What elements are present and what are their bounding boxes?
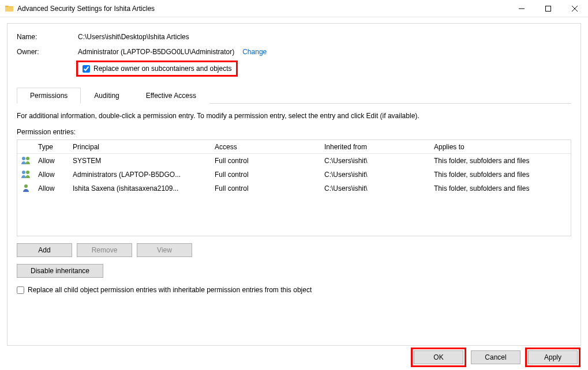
tab-effective-access[interactable]: Effective Access	[133, 88, 209, 104]
svg-point-5	[26, 157, 29, 160]
tab-auditing[interactable]: Auditing	[81, 88, 132, 104]
permissions-table: Type Principal Access Inherited from App…	[17, 139, 571, 236]
replace-owner-label: Replace owner on subcontainers and objec…	[93, 65, 231, 73]
tabs: Permissions Auditing Effective Access	[17, 87, 571, 104]
disable-inheritance-button[interactable]: Disable inheritance	[17, 264, 103, 278]
row-icon	[17, 170, 35, 180]
replace-child-checkbox[interactable]	[17, 286, 24, 294]
close-button[interactable]	[561, 0, 588, 17]
name-label: Name:	[17, 33, 78, 41]
footer-buttons: OK Cancel Apply	[411, 348, 580, 367]
users-icon	[21, 170, 31, 178]
name-row: Name: C:\Users\ishit\Desktop\Ishita Arti…	[17, 33, 571, 41]
row-type: Allow	[35, 157, 69, 165]
minimize-button[interactable]	[508, 0, 535, 17]
tab-content: For additional information, double-click…	[17, 104, 571, 294]
maximize-button[interactable]	[535, 0, 561, 17]
row-inherited: C:\Users\ishit\	[321, 157, 430, 165]
replace-owner-highlight: Replace owner on subcontainers and objec…	[76, 61, 238, 77]
replace-owner-checkbox-wrap[interactable]: Replace owner on subcontainers and objec…	[83, 65, 231, 73]
th-access[interactable]: Access	[211, 143, 321, 151]
entries-label: Permission entries:	[17, 128, 571, 136]
add-button[interactable]: Add	[17, 243, 72, 257]
replace-child-row: Replace all child object permission entr…	[17, 286, 571, 294]
row-access: Full control	[211, 157, 321, 165]
th-inherited[interactable]: Inherited from	[321, 143, 430, 151]
row-access: Full control	[211, 184, 321, 192]
row-principal: Administrators (LAPTOP-B5DGO...	[69, 171, 211, 179]
folder-icon	[5, 4, 14, 13]
owner-row: Owner: Administrator (LAPTOP-B5DGO0LU\Ad…	[17, 48, 571, 56]
users-icon	[21, 156, 31, 164]
change-link[interactable]: Change	[242, 48, 267, 56]
row-applies: This folder, subfolders and files	[430, 157, 571, 165]
cancel-button[interactable]: Cancel	[471, 350, 520, 364]
svg-point-7	[26, 171, 29, 174]
titlebar: Advanced Security Settings for Ishita Ar…	[0, 0, 588, 17]
row-principal: Ishita Saxena (ishitasaxena2109...	[69, 184, 211, 192]
row-access: Full control	[211, 171, 321, 179]
row-icon	[17, 156, 35, 166]
user-icon	[21, 184, 31, 192]
action-row: Add Remove View	[17, 243, 571, 257]
replace-child-label: Replace all child object permission entr…	[28, 286, 312, 294]
window-controls	[508, 0, 588, 17]
apply-highlight: Apply	[525, 348, 580, 367]
ok-button[interactable]: OK	[414, 350, 463, 364]
tab-permissions[interactable]: Permissions	[17, 88, 81, 104]
apply-button[interactable]: Apply	[528, 350, 578, 364]
row-type: Allow	[35, 184, 69, 192]
owner-value: Administrator (LAPTOP-B5DGO0LU\Administr…	[78, 48, 234, 56]
table-row[interactable]: Allow Administrators (LAPTOP-B5DGO... Fu…	[17, 168, 571, 182]
table-header: Type Principal Access Inherited from App…	[17, 140, 571, 154]
table-row[interactable]: Allow Ishita Saxena (ishitasaxena2109...…	[17, 182, 571, 195]
remove-button: Remove	[77, 243, 132, 257]
row-applies: This folder, subfolders and files	[430, 184, 571, 192]
inner-frame: Name: C:\Users\ishit\Desktop\Ishita Arti…	[7, 23, 581, 346]
content-area: Name: C:\Users\ishit\Desktop\Ishita Arti…	[0, 17, 588, 352]
replace-owner-checkbox[interactable]	[83, 65, 90, 73]
info-text: For additional information, double-click…	[17, 112, 571, 120]
ok-highlight: OK	[411, 348, 466, 367]
table-row[interactable]: Allow SYSTEM Full control C:\Users\ishit…	[17, 154, 571, 168]
row-applies: This folder, subfolders and files	[430, 171, 571, 179]
row-principal: SYSTEM	[69, 157, 211, 165]
th-type[interactable]: Type	[35, 143, 69, 151]
window-title: Advanced Security Settings for Ishita Ar…	[17, 5, 508, 13]
name-value: C:\Users\ishit\Desktop\Ishita Articles	[78, 33, 189, 41]
th-applies[interactable]: Applies to	[430, 143, 571, 151]
row-type: Allow	[35, 171, 69, 179]
svg-point-6	[22, 171, 25, 174]
svg-point-4	[22, 157, 25, 160]
svg-point-8	[24, 184, 28, 188]
row-inherited: C:\Users\ishit\	[321, 171, 430, 179]
view-button: View	[137, 243, 192, 257]
svg-rect-1	[546, 6, 551, 11]
row-inherited: C:\Users\ishit\	[321, 184, 430, 192]
th-principal[interactable]: Principal	[69, 143, 211, 151]
owner-label: Owner:	[17, 48, 78, 56]
row-icon	[17, 184, 35, 194]
